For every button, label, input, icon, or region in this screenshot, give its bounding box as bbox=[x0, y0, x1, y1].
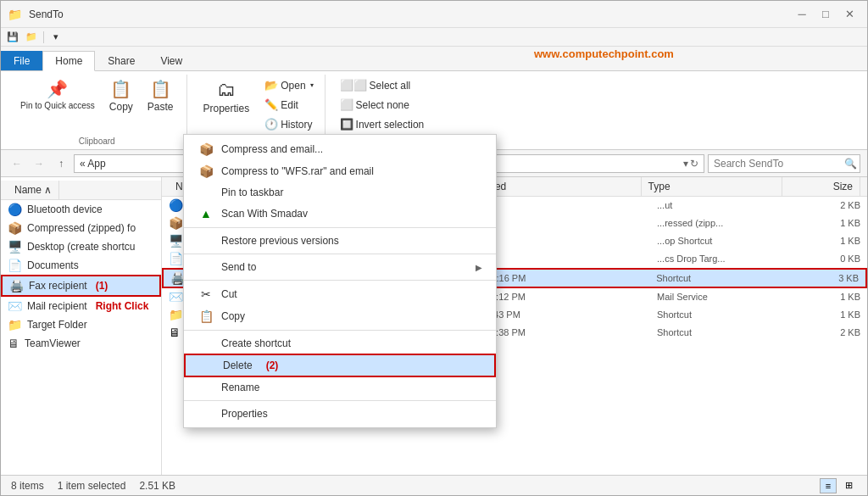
paste-button[interactable]: 📋 Paste bbox=[142, 75, 180, 117]
tab-view[interactable]: View bbox=[147, 51, 195, 70]
close-button[interactable]: ✕ bbox=[838, 5, 860, 24]
file-size: 1 KB bbox=[793, 292, 860, 302]
ctx-rename[interactable]: Rename bbox=[184, 377, 496, 398]
edit-button[interactable]: ✏️ Edit bbox=[260, 96, 317, 114]
ctx-restore-label: Restore previous versions bbox=[221, 235, 339, 247]
copy-ctx-icon: 📋 bbox=[198, 309, 214, 323]
select-all-icon: ⬜⬜ bbox=[340, 79, 367, 92]
context-menu: 📦 Compress and email... 📦 Compress to "W… bbox=[183, 134, 497, 428]
paste-label: Paste bbox=[147, 101, 174, 113]
ctx-compress-wfs[interactable]: 📦 Compress to "WFS.rar" and email bbox=[184, 160, 496, 182]
select-all-button[interactable]: ⬜⬜ Select all bbox=[336, 76, 429, 94]
properties-button[interactable]: 🗂 Properties bbox=[198, 75, 256, 119]
sidebar-item-desktop-label: Desktop (create shortcu bbox=[27, 241, 135, 253]
sidebar-item-teamviewer[interactable]: 🖥 TeamViewer bbox=[1, 334, 161, 353]
qt-save-button[interactable]: 💾 bbox=[4, 30, 21, 45]
qt-separator bbox=[43, 31, 44, 43]
copy-button[interactable]: 📋 Copy bbox=[103, 75, 140, 117]
open-dropdown-icon: ▾ bbox=[310, 81, 314, 89]
file-size: 0 KB bbox=[793, 254, 860, 264]
invert-icon: 🔲 bbox=[340, 118, 353, 131]
invert-label: Invert selection bbox=[356, 119, 425, 131]
ctx-copy[interactable]: 📋 Copy bbox=[184, 305, 496, 327]
up-button[interactable]: ↑ bbox=[52, 154, 70, 173]
open-edit-history: 📂 Open ▾ ✏️ Edit 🕐 History bbox=[260, 76, 317, 133]
sidebar-item-bluetooth[interactable]: 🔵 Bluetooth device bbox=[1, 200, 161, 219]
select-none-label: Select none bbox=[356, 99, 409, 111]
file-type: ...ressed (zipp... bbox=[650, 218, 793, 228]
maximize-button[interactable]: □ bbox=[815, 5, 837, 24]
file-icon: 📁 bbox=[169, 308, 183, 321]
back-button[interactable]: ← bbox=[8, 154, 26, 173]
ctx-restore-versions[interactable]: Restore previous versions bbox=[184, 231, 496, 251]
ctx-rename-label: Rename bbox=[221, 382, 259, 393]
fax-badge: (1) bbox=[96, 280, 108, 292]
teamviewer-icon: 🖥 bbox=[8, 337, 19, 350]
qt-folder-button[interactable]: 📁 bbox=[23, 30, 40, 45]
tab-home[interactable]: Home bbox=[42, 51, 95, 71]
sidebar-item-compressed-label: Compressed (zipped) fo bbox=[27, 222, 136, 234]
window-controls: ─ □ ✕ bbox=[791, 5, 860, 24]
ctx-properties-label: Properties bbox=[221, 408, 268, 420]
file-size: 2 KB bbox=[793, 327, 860, 337]
ctx-compress-email[interactable]: 📦 Compress and email... bbox=[184, 138, 496, 160]
open-label: Open bbox=[281, 80, 305, 92]
sidebar-item-fax[interactable]: 🖨️ Fax recipient (1) bbox=[1, 275, 161, 297]
qt-dropdown-button[interactable]: ▾ bbox=[47, 30, 64, 45]
ctx-sep3 bbox=[184, 280, 496, 281]
smadav-icon: ▲ bbox=[198, 207, 214, 220]
tab-share[interactable]: Share bbox=[95, 51, 147, 70]
file-type: ...cs Drop Targ... bbox=[650, 254, 793, 264]
ctx-delete-label: Delete bbox=[223, 359, 253, 371]
sidebar-item-compressed[interactable]: 📦 Compressed (zipped) fo bbox=[1, 219, 161, 237]
forward-button[interactable]: → bbox=[30, 154, 48, 173]
open-button[interactable]: 📂 Open ▾ bbox=[260, 76, 317, 94]
bluetooth-icon: 🔵 bbox=[8, 203, 22, 216]
sidebar-item-mail[interactable]: ✉️ Mail recipient Right Click bbox=[1, 297, 161, 315]
ctx-delete[interactable]: Delete (2) bbox=[184, 354, 496, 377]
sidebar-item-desktop[interactable]: 🖥️ Desktop (create shortcu bbox=[1, 237, 161, 256]
ctx-copy-label: Copy bbox=[221, 310, 245, 322]
ctx-pin-taskbar[interactable]: Pin to taskbar bbox=[184, 182, 496, 203]
ctx-cut[interactable]: ✂ Cut bbox=[184, 283, 496, 305]
name-header[interactable]: Name ∧ bbox=[8, 181, 59, 199]
col-size-header[interactable]: Size bbox=[782, 177, 860, 196]
history-button[interactable]: 🕐 History bbox=[260, 115, 317, 133]
ctx-create-shortcut[interactable]: Create shortcut bbox=[184, 333, 496, 354]
ctx-send-to[interactable]: Send to ▶ bbox=[184, 257, 496, 277]
file-type: ...op Shortcut bbox=[650, 236, 793, 246]
delete-badge: (2) bbox=[266, 359, 279, 371]
file-icon: 🔵 bbox=[169, 198, 183, 212]
tab-file[interactable]: File bbox=[1, 51, 42, 70]
col-type-header[interactable]: Type bbox=[642, 177, 783, 196]
address-dropdown-icon[interactable]: ▾ bbox=[683, 158, 688, 170]
search-input[interactable] bbox=[714, 158, 841, 170]
compress-wfs-icon: 📦 bbox=[198, 164, 214, 178]
ctx-sep1 bbox=[184, 227, 496, 228]
file-icon: 🖥 bbox=[169, 326, 181, 339]
search-box[interactable]: 🔍 bbox=[708, 154, 860, 173]
details-view-button[interactable]: ≡ bbox=[820, 478, 837, 493]
right-click-label: Right Click bbox=[96, 300, 149, 312]
invert-selection-button[interactable]: 🔲 Invert selection bbox=[336, 115, 429, 133]
ctx-send-to-label: Send to bbox=[221, 261, 256, 273]
sidebar-item-documents-label: Documents bbox=[27, 259, 79, 271]
select-all-label: Select all bbox=[370, 80, 411, 92]
ctx-properties[interactable]: Properties bbox=[184, 404, 496, 424]
open-buttons: 🗂 Properties 📂 Open ▾ ✏️ Edit bbox=[194, 75, 318, 135]
file-icon: ✉️ bbox=[169, 290, 183, 304]
file-type: Shortcut bbox=[650, 309, 793, 320]
file-icon: 🖥️ bbox=[169, 234, 183, 248]
website-url: www.computechpoint.com bbox=[534, 47, 674, 60]
copy-icon: 📋 bbox=[110, 79, 131, 99]
sidebar-item-target[interactable]: 📁 Target Folder bbox=[1, 315, 161, 334]
ctx-scan-smadav[interactable]: ▲ Scan With Smadav bbox=[184, 203, 496, 225]
file-type: Mail Service bbox=[650, 292, 793, 302]
select-buttons: ⬜⬜ Select all ⬜ Select none 🔲 Invert sel… bbox=[332, 75, 432, 135]
select-none-button[interactable]: ⬜ Select none bbox=[336, 96, 429, 114]
refresh-icon[interactable]: ↻ bbox=[690, 158, 698, 170]
sidebar-item-documents[interactable]: 📄 Documents bbox=[1, 256, 161, 275]
minimize-button[interactable]: ─ bbox=[791, 5, 813, 24]
tiles-view-button[interactable]: ⊞ bbox=[840, 478, 857, 493]
pin-quick-access-button[interactable]: 📌 Pin to Quick access bbox=[14, 75, 101, 115]
